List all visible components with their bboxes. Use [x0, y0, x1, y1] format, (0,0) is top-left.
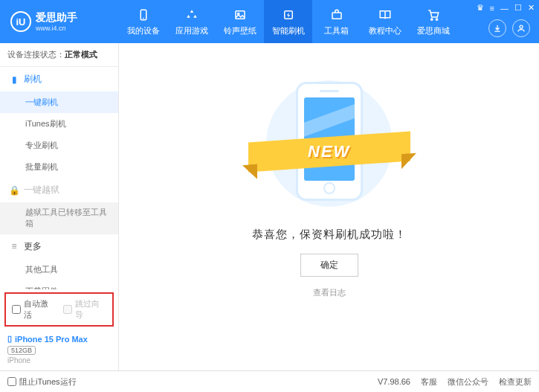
app-header: iU 爱思助手 www.i4.cn 我的设备 应用游戏 铃声壁纸 智能刷机 工具… — [0, 0, 539, 43]
lock-icon: 🔒 — [9, 185, 19, 196]
giftbox-icon[interactable]: ♛ — [477, 3, 484, 13]
checkbox-auto-activate[interactable]: 自动激活 — [12, 298, 56, 321]
download-button[interactable] — [488, 19, 506, 37]
sidebar-item-jb-moved[interactable]: 越狱工具已转移至工具箱 — [0, 202, 118, 234]
sidebar-item-oneclick-flash[interactable]: 一键刷机 — [0, 91, 118, 113]
tab-tutorials[interactable]: 教程中心 — [361, 0, 409, 43]
tab-store[interactable]: 爱思商城 — [409, 0, 457, 43]
tab-toolbox[interactable]: 工具箱 — [312, 0, 361, 43]
highlight-options: 自动激活 跳过向导 — [4, 292, 114, 327]
svg-rect-2 — [236, 10, 245, 19]
phone-small-icon: ▮ — [9, 74, 19, 85]
image-icon — [233, 7, 248, 22]
ok-button[interactable]: 确定 — [300, 254, 358, 277]
more-icon: ≡ — [9, 241, 19, 251]
app-title: 爱思助手 — [36, 11, 77, 25]
phone-tiny-icon: ▯ — [7, 334, 12, 344]
toolbox-icon — [329, 7, 344, 22]
minimize-icon[interactable]: — — [500, 4, 509, 13]
main-content: NEW 恭喜您，保资料刷机成功啦！ 确定 查看日志 — [119, 43, 539, 370]
device-info: ▯ iPhone 15 Pro Max 512GB iPhone — [0, 330, 118, 370]
link-wechat[interactable]: 微信公众号 — [448, 376, 488, 388]
tab-smart-flash[interactable]: 智能刷机 — [264, 0, 312, 43]
logo-icon: iU — [10, 11, 31, 32]
nav-tabs: 我的设备 应用游戏 铃声壁纸 智能刷机 工具箱 教程中心 爱思商城 — [119, 0, 457, 43]
sidebar-item-download-fw[interactable]: 下载固件 — [0, 280, 118, 289]
app-url: www.i4.cn — [36, 25, 77, 32]
device-name[interactable]: ▯ iPhone 15 Pro Max — [7, 334, 111, 344]
version-label: V7.98.66 — [378, 377, 410, 386]
sidebar-group-more[interactable]: ≡ 更多 — [0, 234, 118, 259]
sidebar: 设备连接状态：正常模式 ▮ 刷机 一键刷机 iTunes刷机 专业刷机 批量刷机… — [0, 43, 119, 370]
device-status: 设备连接状态：正常模式 — [0, 43, 118, 67]
phone-icon — [136, 7, 151, 22]
flash-icon — [281, 7, 296, 22]
maximize-icon[interactable]: ☐ — [514, 3, 522, 13]
status-bar: 阻止iTunes运行 V7.98.66 客服 微信公众号 检查更新 — [0, 370, 539, 392]
window-controls: ♛ ≡ — ☐ ✕ — [477, 3, 535, 13]
cart-icon — [426, 7, 441, 22]
close-icon[interactable]: ✕ — [528, 3, 535, 13]
user-button[interactable] — [512, 19, 530, 37]
menu-icon[interactable]: ≡ — [490, 4, 494, 13]
device-type: iPhone — [7, 356, 111, 364]
link-service[interactable]: 客服 — [421, 376, 437, 388]
device-storage: 512GB — [7, 346, 36, 355]
logo-area: iU 爱思助手 www.i4.cn — [0, 11, 119, 32]
sidebar-group-jailbreak: 🔒 一键越狱 — [0, 178, 118, 202]
sidebar-item-itunes-flash[interactable]: iTunes刷机 — [0, 113, 118, 135]
success-illustration: NEW — [259, 73, 400, 214]
tab-ringtones[interactable]: 铃声壁纸 — [216, 0, 264, 43]
sidebar-item-other-tools[interactable]: 其他工具 — [0, 259, 118, 280]
svg-point-6 — [430, 18, 432, 19]
sidebar-item-batch-flash[interactable]: 批量刷机 — [0, 156, 118, 178]
sidebar-group-flash[interactable]: ▮ 刷机 — [0, 67, 118, 91]
success-message: 恭喜您，保资料刷机成功啦！ — [252, 228, 407, 242]
apps-icon — [184, 7, 199, 22]
svg-point-7 — [436, 18, 437, 19]
link-check-update[interactable]: 检查更新 — [499, 376, 532, 388]
svg-rect-5 — [332, 13, 341, 19]
tab-my-device[interactable]: 我的设备 — [119, 0, 167, 43]
svg-point-8 — [520, 25, 523, 28]
view-log-link[interactable]: 查看日志 — [313, 287, 346, 298]
book-icon — [378, 7, 393, 22]
checkbox-block-itunes[interactable]: 阻止iTunes运行 — [7, 376, 77, 388]
checkbox-skip-guide[interactable]: 跳过向导 — [63, 298, 107, 321]
tab-apps-games[interactable]: 应用游戏 — [167, 0, 216, 43]
sidebar-item-pro-flash[interactable]: 专业刷机 — [0, 135, 118, 156]
